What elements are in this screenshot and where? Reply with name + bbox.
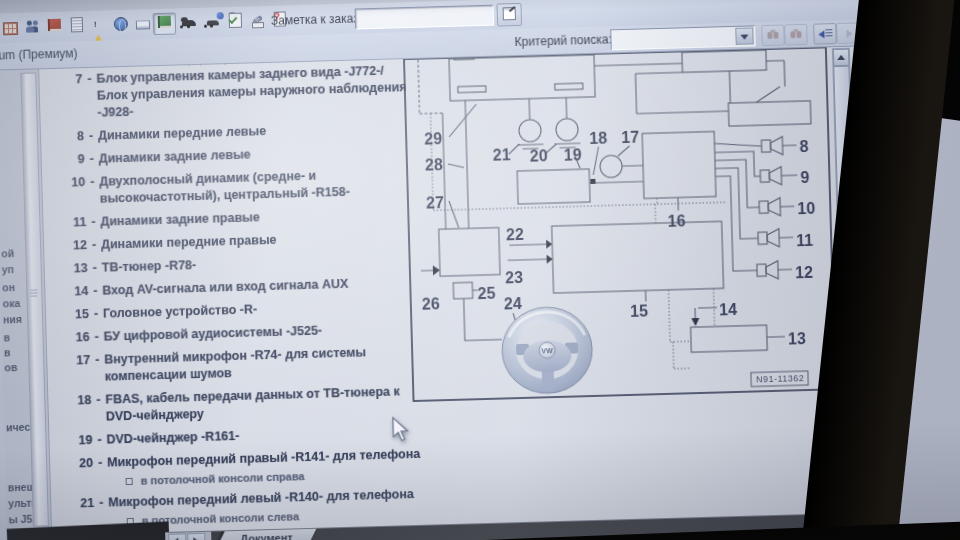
tab-prev-icon[interactable] (168, 533, 186, 540)
speaker-icon (761, 137, 782, 156)
goto-list-icon[interactable] (813, 23, 837, 45)
legend-item-dash (84, 151, 98, 168)
callout-13: 13 (788, 330, 806, 347)
connector-18-icon (590, 179, 595, 184)
breadcrumb: ium (Премиум) (0, 46, 78, 62)
legend-item-text: Вход AV-сигнала или вход сигнала AUX (102, 274, 418, 300)
legend-item-dash (85, 174, 100, 208)
app-grid-icon[interactable] (0, 17, 22, 40)
callout-8: 8 (799, 138, 808, 155)
send-note-icon[interactable] (496, 3, 522, 27)
legend-item-number: 7 (48, 71, 83, 123)
camera-control-box (728, 101, 811, 126)
legend-item-text: FBAS, кабель передачи данных от ТВ-тюнер… (105, 383, 422, 426)
order-note-input[interactable] (355, 5, 495, 30)
callout-27: 27 (426, 194, 444, 211)
arrows (430, 176, 699, 333)
microphone-20-icon (556, 118, 579, 141)
callout-17: 17 (621, 129, 639, 146)
tv-tuner-box-13 (691, 325, 768, 352)
search-criteria-label: Критерий поиска: (514, 32, 612, 49)
clipped-text-fragment: уп (2, 263, 15, 275)
legend-item-dash (92, 432, 106, 449)
chevron-down-icon[interactable] (735, 27, 753, 44)
legend-item-text: ТВ-тюнер -R78- (101, 251, 417, 277)
search-criteria-select[interactable] (610, 25, 756, 50)
legend-item-number: 15 (55, 306, 89, 324)
legend-item: 10 Двухполосный динамик (средне- и высок… (51, 165, 424, 209)
legend-item-number: 19 (58, 432, 92, 450)
legend-item-number: 8 (50, 128, 84, 146)
search-forward-icon[interactable] (784, 24, 808, 46)
legend-item: 13 ТВ-тюнер -R78- (53, 251, 425, 278)
green-manual-icon[interactable] (153, 13, 177, 36)
tab-document[interactable]: Документ (213, 529, 318, 540)
red-book-icon[interactable] (43, 16, 67, 39)
legend-item-dash (90, 352, 105, 386)
callout-12: 12 (795, 264, 813, 281)
callout-22: 22 (506, 226, 524, 243)
speaker-icon (759, 198, 780, 217)
callout-16: 16 (667, 212, 685, 229)
callout-24: 24 (504, 295, 522, 312)
search-back-icon[interactable] (761, 25, 785, 47)
legend-item: 7 Блок управления камеры заднего вида -J… (48, 62, 421, 123)
head-unit-box-15 (552, 221, 724, 293)
legend-item: 14 Вход AV-сигнала или вход сигнала AUX (54, 274, 426, 301)
legend-item-number: 9 (50, 151, 84, 169)
legend-item-text: Динамики задние левые (98, 142, 414, 168)
legend-item-dash (89, 329, 103, 346)
speaker-icon (760, 167, 781, 186)
legend-item-text: DVD-чейнджер -R161- (106, 423, 422, 449)
legend-item-dash (87, 260, 101, 277)
mouse-cursor (390, 416, 411, 443)
legend-item: 16 БУ цифровой аудиосистемы -J525- (55, 320, 427, 347)
wiring-diagram: VW 29 28 27 26 25 21 20 19 18 17 16 22 2… (403, 46, 837, 403)
legend-item-dash (86, 214, 100, 231)
legend-item-number: 12 (53, 237, 87, 255)
roof-module-box (449, 55, 595, 101)
legend-item-dash (91, 392, 106, 426)
callout-25: 25 (477, 285, 495, 302)
legend-item-dash (87, 237, 101, 254)
document-icon[interactable] (65, 15, 89, 38)
box-25 (453, 282, 472, 299)
callout-28: 28 (425, 156, 443, 173)
callout-10: 10 (797, 200, 815, 217)
vehicle-icon[interactable] (177, 12, 201, 35)
callout-14: 14 (719, 301, 737, 318)
legend-item-text: БУ цифровой аудиосистемы -J525- (103, 320, 419, 346)
callout-15: 15 (630, 302, 648, 319)
callout-23: 23 (505, 269, 523, 286)
clipped-text-fragment: ичес (6, 421, 30, 434)
audio-control-box-16 (642, 132, 716, 199)
legend-item-dash (84, 128, 98, 145)
legend-item: 11 Динамики задние правые (52, 205, 424, 232)
legend-item-number: 10 (51, 174, 86, 209)
globe-icon[interactable] (109, 14, 133, 37)
legend-item-dash (93, 455, 108, 489)
clipped-text-fragment: ов (4, 361, 17, 373)
legend-item-number: 20 (59, 455, 94, 490)
square-bullet-icon (126, 478, 133, 485)
legend-item-number: 14 (54, 283, 88, 301)
legend-item-text: Динамики передние правые (101, 228, 417, 254)
clipped-text-fragment: он (2, 281, 15, 293)
legend-item-number: 17 (56, 352, 91, 387)
legend-item-number: 18 (57, 392, 92, 427)
dashed-lines (418, 59, 442, 114)
clipped-text-fragment: ой (1, 247, 14, 259)
legend-item: 15 Головное устройство -R- (55, 297, 427, 324)
checklist-icon[interactable] (224, 11, 248, 34)
parts-tray-icon[interactable] (131, 13, 155, 36)
scroll-up-icon[interactable] (833, 49, 849, 66)
tab-next-icon[interactable] (187, 533, 205, 540)
arrow-26-icon (433, 265, 440, 275)
dvd-changer-box-19 (517, 169, 590, 204)
vehicle-data-icon[interactable] (201, 11, 225, 34)
warning-icon[interactable] (87, 14, 111, 37)
arrow-22-icon (546, 240, 552, 249)
contacts-icon[interactable] (21, 16, 45, 39)
write-note-icon[interactable] (246, 10, 270, 33)
callout-29: 29 (424, 130, 442, 147)
